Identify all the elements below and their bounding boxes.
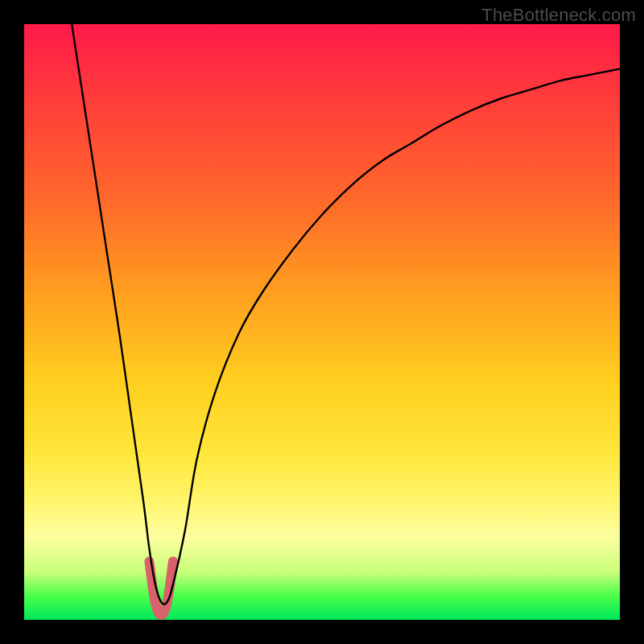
bottleneck-curve [72, 24, 620, 605]
plot-area [24, 24, 620, 620]
chart-frame: TheBottleneck.com [0, 0, 644, 644]
watermark-text: TheBottleneck.com [481, 5, 636, 26]
curve-svg [24, 24, 620, 620]
